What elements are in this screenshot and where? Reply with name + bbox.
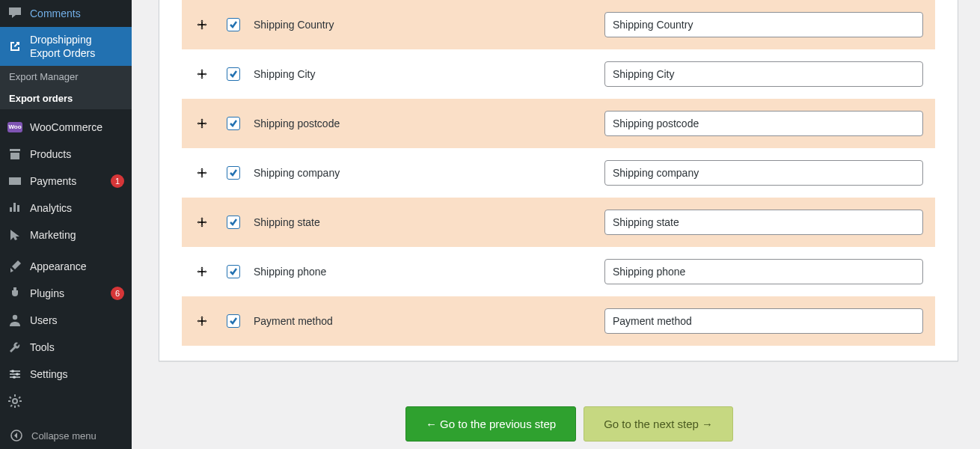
drag-handle-icon[interactable] [194, 216, 210, 228]
field-label: Shipping postcode [254, 117, 553, 129]
sliders-icon [7, 367, 22, 382]
collapse-label: Collapse menu [31, 430, 97, 442]
submenu-export-orders[interactable]: Export orders [0, 88, 132, 109]
field-name-input[interactable] [604, 61, 923, 87]
sidebar-item-dropshipping[interactable]: Dropshipping Export Orders [0, 27, 132, 66]
notification-badge: 1 [111, 174, 124, 188]
field-row: Shipping company [182, 148, 935, 198]
field-row: Shipping phone [182, 247, 935, 296]
sidebar-item-payments[interactable]: Payments 1 [0, 168, 132, 195]
sidebar-item-tools[interactable]: Tools [0, 334, 132, 361]
sidebar-item-label: Products [30, 147, 124, 161]
megaphone-icon [7, 227, 22, 242]
bars-icon [7, 201, 22, 216]
sidebar-item-label: Settings [30, 367, 124, 381]
sidebar-item-settings[interactable]: Settings [0, 361, 132, 388]
field-label: Shipping phone [254, 266, 553, 278]
field-name-input[interactable] [604, 12, 923, 37]
sidebar-item-comments[interactable]: Comments [0, 0, 132, 27]
field-checkbox[interactable] [227, 216, 240, 229]
sidebar-item-plugins[interactable]: Plugins 6 [0, 280, 132, 307]
drag-handle-icon[interactable] [194, 167, 210, 179]
field-checkbox[interactable] [227, 18, 240, 31]
sidebar-item-label: Dropshipping Export Orders [30, 33, 124, 60]
field-label: Shipping company [254, 167, 553, 179]
drag-handle-icon[interactable] [194, 266, 210, 278]
archive-icon [7, 147, 22, 162]
user-icon [7, 313, 22, 328]
field-label: Shipping City [254, 68, 553, 80]
field-checkbox[interactable] [227, 117, 240, 130]
sidebar-item-label: Analytics [30, 201, 124, 215]
collapse-menu-button[interactable]: Collapse menu [0, 422, 132, 449]
sidebar-item-label: Comments [30, 7, 124, 20]
wrench-icon [7, 340, 22, 355]
field-row: Shipping state [182, 198, 935, 247]
drag-handle-icon[interactable] [194, 117, 210, 129]
field-name-input[interactable] [604, 160, 923, 186]
notification-badge: 6 [111, 287, 124, 300]
field-label: Payment method [254, 315, 553, 327]
field-checkbox[interactable] [227, 67, 240, 81]
drag-handle-icon[interactable] [194, 68, 210, 80]
sidebar-item-label: Appearance [30, 260, 124, 273]
drag-handle-icon[interactable] [194, 19, 210, 31]
field-label: Shipping state [254, 216, 553, 228]
sidebar-item-woocommerce[interactable]: Woo WooCommerce [0, 114, 132, 141]
sidebar-item-label: WooCommerce [30, 120, 124, 134]
sidebar-item-analytics[interactable]: Analytics [0, 195, 132, 222]
field-row: Shipping Country [182, 0, 935, 49]
sidebar-item-appearance[interactable]: Appearance [0, 253, 132, 280]
field-name-input[interactable] [604, 111, 923, 136]
sidebar-item-label: Marketing [30, 228, 124, 242]
brush-icon [7, 259, 22, 274]
drag-handle-icon[interactable] [194, 315, 210, 327]
sidebar-item-label: Plugins [30, 287, 100, 300]
field-row: Shipping City [182, 49, 935, 99]
submenu-export-manager[interactable]: Export Manager [0, 66, 132, 88]
field-checkbox[interactable] [227, 166, 240, 180]
sidebar-item-label: Tools [30, 340, 124, 354]
collapse-icon [9, 428, 24, 443]
main-content: Shipping CountryShipping CityShipping po… [132, 0, 980, 449]
plug-icon [7, 286, 22, 301]
sidebar-item-products[interactable]: Products [0, 141, 132, 168]
previous-step-button[interactable]: ← Go to the previous step [405, 406, 576, 442]
sidebar-item-label: Users [30, 314, 124, 327]
wizard-buttons: ← Go to the previous step Go to the next… [159, 406, 980, 442]
fields-panel: Shipping CountryShipping CityShipping po… [159, 0, 958, 361]
next-step-button[interactable]: Go to the next step → [584, 406, 733, 442]
card-icon [7, 174, 22, 189]
gear-icon [7, 394, 22, 409]
field-checkbox[interactable] [227, 265, 240, 278]
field-row: Payment method [182, 296, 935, 346]
field-name-input[interactable] [604, 210, 923, 235]
sidebar-item-label: Payments [30, 174, 100, 188]
field-name-input[interactable] [604, 259, 923, 284]
external-link-icon [7, 39, 22, 54]
sidebar-item-truncated[interactable] [0, 388, 132, 409]
field-row: Shipping postcode [182, 99, 935, 148]
admin-sidebar: Comments Dropshipping Export Orders Expo… [0, 0, 132, 449]
field-checkbox[interactable] [227, 314, 240, 328]
comment-icon [7, 6, 22, 21]
field-label: Shipping Country [254, 19, 553, 31]
sidebar-item-users[interactable]: Users [0, 307, 132, 334]
sidebar-item-marketing[interactable]: Marketing [0, 222, 132, 248]
woocommerce-icon: Woo [7, 120, 22, 135]
field-name-input[interactable] [604, 308, 923, 334]
